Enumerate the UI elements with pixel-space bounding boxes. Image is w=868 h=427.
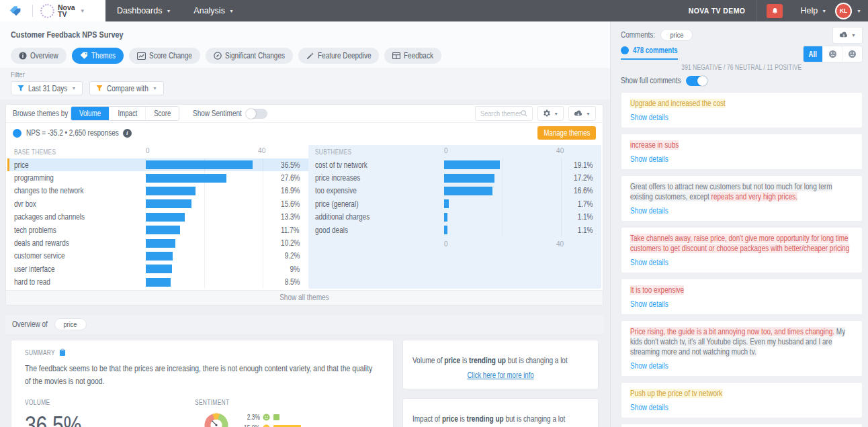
menu-dashboards[interactable]: Dashboards▼ bbox=[105, 0, 182, 21]
show-full-comments-toggle[interactable] bbox=[686, 76, 707, 86]
theme-row[interactable]: changes to the network16.9% bbox=[7, 185, 308, 197]
theme-bar[interactable] bbox=[444, 213, 447, 222]
compass-icon bbox=[214, 52, 222, 60]
mode-score[interactable]: Score bbox=[146, 107, 179, 120]
comments-theme-pill[interactable]: price bbox=[660, 29, 693, 41]
filter-negative-button[interactable] bbox=[823, 46, 842, 62]
theme-bar[interactable] bbox=[146, 213, 185, 222]
theme-row[interactable]: cost of tv network19.1% bbox=[308, 158, 601, 171]
compare-filter-button[interactable]: Compare with▼ bbox=[89, 81, 164, 95]
show-details-link[interactable]: Show details bbox=[630, 258, 853, 267]
theme-bar[interactable] bbox=[146, 278, 171, 287]
app-root: NovaTV ▼ Dashboards▼ Analysis▼ NOVA TV D… bbox=[0, 0, 868, 427]
theme-bar[interactable] bbox=[146, 265, 172, 273]
comment-text: It is too expensive bbox=[630, 285, 853, 295]
manage-themes-button[interactable]: Manage themes bbox=[537, 126, 596, 140]
comment-card: Push up the price of tv networkShow deta… bbox=[621, 382, 863, 418]
comment-card: increase in subsShow details bbox=[621, 134, 863, 170]
themes-browser: Browse themes by VolumeImpactScore Show … bbox=[5, 104, 603, 305]
theme-bar[interactable] bbox=[444, 226, 447, 234]
help-menu[interactable]: Help▼ bbox=[800, 6, 826, 15]
theme-row[interactable]: additional charges1.1% bbox=[308, 211, 601, 224]
theme-bar[interactable] bbox=[146, 239, 175, 248]
show-details-link[interactable]: Show details bbox=[630, 300, 853, 309]
overview-theme-pill[interactable]: price bbox=[54, 318, 87, 330]
theme-bar[interactable] bbox=[444, 187, 492, 195]
filter-positive-button[interactable] bbox=[842, 46, 862, 62]
show-details-link[interactable]: Show details bbox=[630, 113, 853, 122]
theme-row[interactable]: price increases17.2% bbox=[308, 171, 601, 184]
theme-value: 16.6% bbox=[574, 186, 601, 195]
theme-value: 8.5% bbox=[284, 277, 308, 287]
search-themes-input[interactable]: Search themes bbox=[475, 106, 533, 121]
theme-value: 11.7% bbox=[281, 226, 308, 235]
menu-analysis[interactable]: Analysis▼ bbox=[182, 0, 245, 21]
show-details-link[interactable]: Show details bbox=[630, 207, 853, 216]
info-icon[interactable]: i bbox=[123, 129, 132, 138]
comment-text: Upgrade and increased the cost bbox=[630, 99, 853, 109]
show-all-themes-button[interactable]: Show all themes bbox=[6, 290, 603, 305]
theme-bar[interactable] bbox=[146, 160, 253, 169]
settings-button[interactable]: ▼ bbox=[537, 106, 564, 121]
mode-volume[interactable]: Volume bbox=[71, 107, 110, 120]
comment-text: increase in subs bbox=[630, 140, 853, 150]
alert-button[interactable] bbox=[767, 4, 783, 18]
theme-bar[interactable] bbox=[444, 160, 500, 169]
happy-face-icon bbox=[263, 414, 270, 421]
theme-row[interactable]: hard to read8.5% bbox=[7, 276, 308, 289]
comment-text: Price rising, the guide is a bit annoyin… bbox=[630, 327, 853, 357]
chevron-down-icon[interactable]: ▼ bbox=[80, 8, 85, 14]
workspace-name[interactable]: NovaTV bbox=[58, 4, 75, 17]
tab-themes[interactable]: Themes bbox=[72, 48, 124, 64]
export-button[interactable]: ▼ bbox=[568, 106, 596, 121]
theme-value: 1.1% bbox=[577, 212, 601, 222]
theme-bar[interactable] bbox=[146, 174, 226, 183]
theme-value: 27.6% bbox=[281, 173, 308, 183]
avatar[interactable]: KL bbox=[835, 3, 852, 19]
theme-row[interactable]: deals and rewards10.2% bbox=[7, 236, 308, 249]
filter-all-button[interactable]: All bbox=[804, 46, 823, 62]
mode-impact[interactable]: Impact bbox=[110, 107, 146, 120]
theme-row[interactable]: too expensive16.6% bbox=[308, 185, 601, 197]
comments-panel: Comments: price ▼ 478 comments All bbox=[610, 21, 868, 427]
theme-row[interactable]: price (general)1.7% bbox=[308, 197, 601, 210]
chevron-down-icon[interactable]: ▼ bbox=[857, 9, 861, 13]
show-sentiment-toggle[interactable] bbox=[246, 109, 267, 119]
theme-row[interactable]: programming27.6% bbox=[7, 171, 308, 184]
tab-score-change[interactable]: Score Change bbox=[129, 48, 200, 64]
table-icon bbox=[392, 52, 400, 59]
tab-overview[interactable]: Overview bbox=[11, 48, 67, 64]
cloud-download-icon bbox=[574, 110, 583, 117]
theme-label: deals and rewards bbox=[7, 238, 146, 248]
more-info-link[interactable]: Click here for more info bbox=[467, 371, 533, 380]
legend-pct: 2.3% bbox=[238, 413, 260, 421]
theme-label: too expensive bbox=[308, 186, 444, 195]
theme-row[interactable]: customer service9.2% bbox=[7, 250, 308, 263]
tab-feature-deepdive[interactable]: Feature Deepdive bbox=[298, 48, 380, 64]
theme-row[interactable]: packages and channels13.3% bbox=[7, 211, 308, 224]
theme-bar[interactable] bbox=[146, 187, 196, 195]
theme-row[interactable]: dvr box15.6% bbox=[7, 197, 308, 210]
tab-feedback[interactable]: Feedback bbox=[384, 48, 441, 64]
theme-bar[interactable] bbox=[444, 174, 494, 183]
summary-label: SUMMARY bbox=[25, 348, 55, 357]
comments-export-button[interactable]: ▼ bbox=[832, 27, 863, 44]
show-details-link[interactable]: Show details bbox=[630, 404, 853, 412]
date-filter-button[interactable]: Last 31 Days▼ bbox=[11, 81, 83, 95]
theme-value: 19.1% bbox=[574, 160, 601, 170]
theme-label: price increases bbox=[308, 173, 444, 183]
theme-bar[interactable] bbox=[444, 199, 449, 208]
theme-label: dvr box bbox=[7, 199, 146, 209]
show-details-link[interactable]: Show details bbox=[630, 362, 853, 371]
theme-row[interactable]: user interface9% bbox=[7, 263, 308, 275]
theme-bar[interactable] bbox=[146, 252, 173, 260]
volume-label: VOLUME bbox=[25, 398, 195, 406]
tab-significant-changes[interactable]: Significant Changes bbox=[206, 48, 293, 64]
theme-row[interactable]: good deals1.1% bbox=[308, 224, 601, 236]
theme-row[interactable]: price36.5% bbox=[7, 158, 308, 171]
comments-count-tab[interactable]: 478 comments bbox=[621, 46, 678, 60]
show-details-link[interactable]: Show details bbox=[630, 155, 853, 164]
theme-bar[interactable] bbox=[146, 199, 191, 208]
theme-bar[interactable] bbox=[146, 226, 180, 234]
theme-row[interactable]: tech problems11.7% bbox=[7, 224, 308, 236]
